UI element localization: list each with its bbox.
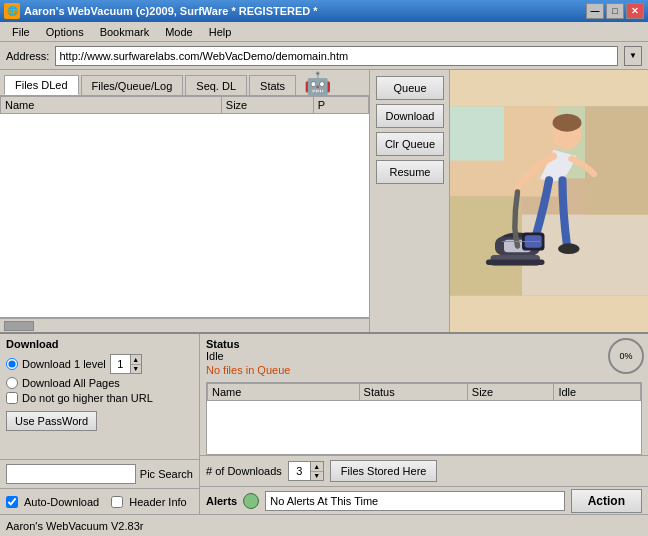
radio-all-label: Download All Pages xyxy=(22,377,120,389)
status-panel: Status Idle No files in Queue 0% N xyxy=(200,334,648,514)
download-panel-title: Download xyxy=(6,338,193,350)
downloads-arrows: ▲ ▼ xyxy=(311,462,323,480)
alert-message: No Alerts At This Time xyxy=(270,495,378,507)
left-panel: Files DLed Files/Queue/Log Seq. DL Stats… xyxy=(0,70,370,332)
use-password-button[interactable]: Use PassWord xyxy=(6,411,97,431)
status-bar: Aaron's WebVacuum V2.83r xyxy=(0,514,648,536)
svg-rect-15 xyxy=(486,260,545,265)
downloads-spinner[interactable]: ▲ ▼ xyxy=(288,461,324,481)
no-files-text: No files in Queue xyxy=(206,364,290,376)
action-button[interactable]: Action xyxy=(571,489,642,513)
alerts-row: Alerts No Alerts At This Time Action xyxy=(200,486,648,514)
checkbox-no-higher[interactable] xyxy=(6,392,18,404)
window-controls: — □ ✕ xyxy=(586,3,644,19)
pic-search-label: Pic Search xyxy=(140,468,193,480)
status-col-status: Status xyxy=(359,384,467,401)
col-size: Size xyxy=(221,97,313,114)
main-bottom-row: Download Download 1 level ▲ ▼ xyxy=(0,334,648,514)
files-stored-button[interactable]: Files Stored Here xyxy=(330,460,438,482)
level-value-input[interactable] xyxy=(111,355,131,373)
auto-download-label: Auto-Download xyxy=(24,496,99,508)
status-title: Status xyxy=(206,338,290,350)
menu-bookmark[interactable]: Bookmark xyxy=(92,24,158,40)
status-col-idle: Idle xyxy=(554,384,641,401)
minimize-button[interactable]: — xyxy=(586,3,604,19)
svg-point-10 xyxy=(558,243,580,254)
maximize-button[interactable]: □ xyxy=(606,3,624,19)
right-panel: Queue Download Clr Queue Resume xyxy=(370,70,648,332)
level-down-button[interactable]: ▼ xyxy=(131,365,141,374)
downloads-up-button[interactable]: ▲ xyxy=(311,462,323,472)
radio-level[interactable] xyxy=(6,358,18,370)
level-spinner[interactable]: ▲ ▼ xyxy=(110,354,142,374)
app-icon: 🌐 xyxy=(4,3,20,19)
status-bar-text: Aaron's WebVacuum V2.83r xyxy=(6,520,143,532)
close-button[interactable]: ✕ xyxy=(626,3,644,19)
status-top: Status Idle No files in Queue 0% xyxy=(206,338,642,380)
app-title: Aaron's WebVacuum (c)2009, SurfWare * RE… xyxy=(24,5,318,17)
pic-search-input[interactable] xyxy=(6,464,136,484)
button-panel: Queue Download Clr Queue Resume xyxy=(370,70,450,332)
level-arrows: ▲ ▼ xyxy=(131,355,141,373)
svg-rect-5 xyxy=(585,107,648,215)
radio-level-row: Download 1 level ▲ ▼ xyxy=(6,354,193,374)
radio-all-row: Download All Pages xyxy=(6,377,193,389)
progress-value: 0% xyxy=(619,351,632,361)
radio-level-label: Download 1 level xyxy=(22,358,106,370)
preview-image xyxy=(450,70,648,332)
status-table-wrapper: Name Status Size Idle xyxy=(206,382,642,455)
status-col-name: Name xyxy=(208,384,360,401)
tab-bar: Files DLed Files/Queue/Log Seq. DL Stats… xyxy=(0,70,369,96)
alert-indicator xyxy=(243,493,259,509)
clr-queue-button[interactable]: Clr Queue xyxy=(376,132,444,156)
progress-circle: 0% xyxy=(608,338,644,374)
auto-download-row: Auto-Download Header Info xyxy=(0,488,199,514)
header-info-label: Header Info xyxy=(129,496,186,508)
download-button[interactable]: Download xyxy=(376,104,444,128)
col-name: Name xyxy=(1,97,222,114)
address-label: Address: xyxy=(6,50,49,62)
alert-text: No Alerts At This Time xyxy=(265,491,564,511)
robot-icon: 🤖 xyxy=(304,73,331,95)
tab-stats[interactable]: Stats xyxy=(249,75,296,95)
downloads-down-button[interactable]: ▼ xyxy=(311,472,323,481)
top-section: Files DLed Files/Queue/Log Seq. DL Stats… xyxy=(0,70,648,332)
downloads-label: # of Downloads xyxy=(206,465,282,477)
menu-mode[interactable]: Mode xyxy=(157,24,201,40)
status-table: Name Status Size Idle xyxy=(207,383,641,401)
file-table-wrapper: Name Size P xyxy=(0,96,369,318)
menu-file[interactable]: File xyxy=(4,24,38,40)
status-col-size: Size xyxy=(467,384,554,401)
tab-files-dled[interactable]: Files DLed xyxy=(4,75,79,95)
address-dropdown[interactable]: ▼ xyxy=(624,46,642,66)
horizontal-scrollbar[interactable] xyxy=(0,318,369,332)
address-bar: Address: ▼ xyxy=(0,42,648,70)
menu-options[interactable]: Options xyxy=(38,24,92,40)
menu-help[interactable]: Help xyxy=(201,24,240,40)
auto-download-checkbox[interactable] xyxy=(6,496,18,508)
address-input[interactable] xyxy=(55,46,618,66)
title-bar: 🌐 Aaron's WebVacuum (c)2009, SurfWare * … xyxy=(0,0,648,22)
alerts-label: Alerts xyxy=(206,495,237,507)
checkbox-url-row: Do not go higher than URL xyxy=(6,392,193,404)
main-area: Files DLed Files/Queue/Log Seq. DL Stats… xyxy=(0,70,648,514)
tab-files-queue-log[interactable]: Files/Queue/Log xyxy=(81,75,184,95)
resume-button[interactable]: Resume xyxy=(376,160,444,184)
col-p: P xyxy=(313,97,368,114)
radio-all-pages[interactable] xyxy=(6,377,18,389)
header-info-checkbox[interactable] xyxy=(111,496,123,508)
download-options-panel: Download Download 1 level ▲ ▼ xyxy=(0,334,200,514)
bottom-panels: Download Download 1 level ▲ ▼ xyxy=(0,332,648,514)
downloads-value-input[interactable] xyxy=(289,462,311,480)
file-table: Name Size P xyxy=(0,96,369,114)
level-up-button[interactable]: ▲ xyxy=(131,355,141,365)
menu-bar: File Options Bookmark Mode Help xyxy=(0,22,648,42)
status-idle-text: Idle xyxy=(206,350,290,362)
svg-rect-6 xyxy=(450,107,504,161)
tab-seq-dl[interactable]: Seq. DL xyxy=(185,75,247,95)
checkbox-url-label: Do not go higher than URL xyxy=(22,392,153,404)
queue-button[interactable]: Queue xyxy=(376,76,444,100)
right-top: Queue Download Clr Queue Resume xyxy=(370,70,648,332)
